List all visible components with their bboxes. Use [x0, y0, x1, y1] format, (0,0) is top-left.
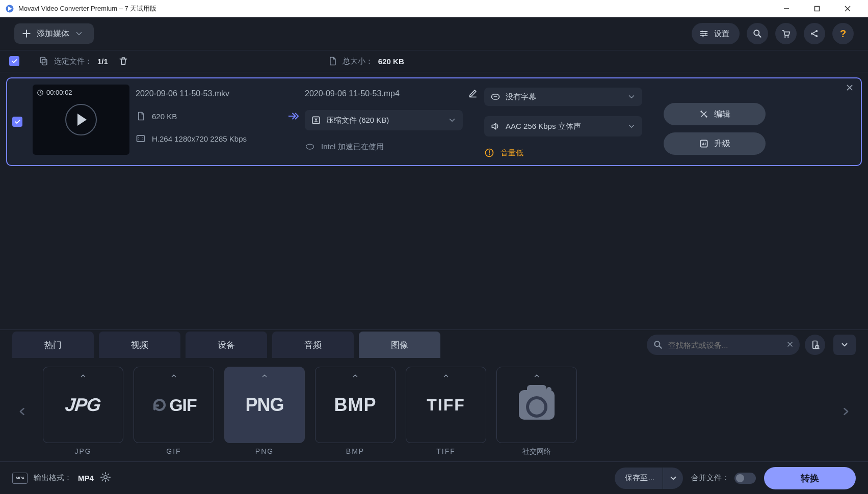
svg-point-5 [701, 31, 703, 32]
format-label: PNG [245, 394, 283, 416]
intel-icon [305, 142, 315, 152]
warning-icon [484, 148, 494, 158]
file-checkbox[interactable] [12, 117, 22, 127]
subtitle-icon [490, 92, 501, 102]
search-icon [752, 29, 762, 39]
delete-button[interactable] [115, 53, 131, 69]
svg-point-6 [705, 33, 706, 34]
chevron-down-icon [448, 116, 457, 125]
format-caption: BMP [346, 447, 364, 455]
cart-button[interactable] [775, 23, 797, 44]
clock-icon [37, 89, 44, 96]
edit-label: 编辑 [714, 109, 730, 120]
format-png-card[interactable]: PNG [224, 367, 305, 443]
settings-label: 设置 [714, 29, 729, 39]
format-label: TIFF [427, 396, 465, 415]
title-bar: Movavi Video Converter Premium – 7 天试用版 [0, 0, 868, 17]
save-to-dropdown[interactable] [663, 468, 683, 489]
gear-icon [100, 472, 111, 483]
arrow-right-icon [287, 111, 299, 122]
formats-strip: JPG JPG GIF GIF PNG PN [0, 360, 868, 461]
file-item[interactable]: 00:00:02 2020-09-06 11-50-53.mkv 620 KB … [6, 77, 862, 166]
svg-point-21 [142, 137, 143, 138]
source-codec: H.264 1280x720 2285 Kbps [152, 134, 247, 143]
edit-button[interactable]: 编辑 [664, 103, 766, 125]
chevron-down-icon [840, 340, 849, 349]
save-to-button[interactable]: 保存至... [615, 468, 683, 489]
duration-value: 00:00:02 [46, 89, 72, 96]
file-list: 00:00:02 2020-09-06 11-50-53.mkv 620 KB … [0, 72, 868, 172]
help-button[interactable]: ? [832, 23, 854, 44]
svg-rect-16 [40, 58, 45, 63]
svg-point-30 [489, 154, 490, 155]
refresh-icon [151, 396, 168, 414]
chevron-right-icon [840, 404, 851, 419]
format-tiff-card[interactable]: TIFF [406, 367, 486, 443]
subtitle-dropdown[interactable]: 没有字幕 [484, 88, 642, 106]
format-tiff: TIFF TIFF [406, 367, 486, 456]
svg-rect-2 [815, 6, 820, 11]
svg-point-40 [104, 476, 107, 479]
merge-toggle[interactable] [734, 473, 756, 484]
window-maximize-button[interactable] [802, 0, 832, 17]
search-button[interactable] [747, 23, 768, 44]
convert-button[interactable]: 转换 [764, 467, 856, 489]
tab-device[interactable]: 设备 [186, 332, 267, 358]
close-icon [786, 341, 794, 348]
empty-area [0, 172, 868, 330]
play-button[interactable] [65, 104, 97, 135]
subtitle-label: 没有字幕 [506, 92, 536, 102]
help-icon: ? [840, 28, 846, 40]
tab-image[interactable]: 图像 [359, 332, 440, 358]
warning-label: 音量低 [501, 148, 523, 158]
detect-device-button[interactable] [805, 335, 825, 355]
formats-prev-button[interactable] [12, 367, 33, 456]
clear-search-button[interactable] [786, 340, 794, 350]
tab-popular[interactable]: 热门 [12, 332, 94, 358]
svg-point-25 [306, 144, 314, 149]
svg-point-10 [784, 36, 786, 38]
format-png: PNG PNG [224, 367, 305, 456]
svg-rect-37 [813, 341, 817, 349]
format-caption: TIFF [436, 447, 456, 455]
audio-label: AAC 256 Kbps 立体声 [506, 122, 581, 131]
selection-bar: 选定文件： 1/1 总大小： 620 KB [0, 50, 868, 72]
source-filename: 2020-09-06 11-50-53.mkv [136, 89, 229, 98]
window-close-button[interactable] [832, 0, 863, 17]
target-filename: 2020-09-06 11-50-53.mp4 [305, 89, 400, 98]
video-thumbnail[interactable]: 00:00:02 [33, 85, 129, 155]
rename-button[interactable] [468, 88, 478, 100]
svg-line-9 [759, 35, 761, 37]
add-media-button[interactable]: 添加媒体 [14, 23, 94, 44]
audio-dropdown[interactable]: AAC 256 Kbps 立体声 [484, 116, 642, 136]
format-caption: 社交网络 [522, 447, 551, 456]
format-jpg-card[interactable]: JPG [43, 367, 123, 443]
format-bmp-card[interactable]: BMP [315, 367, 396, 443]
format-gif-card[interactable]: GIF [134, 367, 214, 443]
tab-audio[interactable]: 音频 [272, 332, 354, 358]
output-settings-button[interactable] [100, 472, 111, 484]
compress-dropdown[interactable]: 压缩文件 (620 KB) [305, 110, 463, 130]
settings-button[interactable]: 设置 [692, 23, 740, 44]
formats-next-button[interactable] [835, 367, 856, 456]
chevron-down-icon [74, 29, 84, 38]
selected-files-label: 选定文件： [54, 57, 92, 66]
share-button[interactable] [804, 23, 825, 44]
svg-point-11 [787, 36, 789, 38]
remove-file-button[interactable] [846, 84, 854, 94]
format-search[interactable] [647, 335, 800, 355]
upgrade-button[interactable]: AI 升级 [664, 132, 766, 155]
svg-point-19 [138, 137, 139, 138]
select-all-checkbox[interactable] [9, 56, 19, 66]
tab-video[interactable]: 视频 [99, 332, 180, 358]
format-caption: PNG [255, 447, 274, 455]
pencil-icon [468, 88, 478, 98]
chevron-left-icon [17, 404, 28, 419]
format-social-card[interactable] [496, 367, 577, 443]
accel-label: Intel 加速已在使用 [321, 142, 384, 152]
share-icon [809, 29, 820, 39]
collapse-formats-button[interactable] [833, 335, 856, 355]
window-minimize-button[interactable] [771, 0, 802, 17]
format-search-input[interactable] [668, 341, 781, 349]
total-size-value: 620 KB [378, 57, 404, 66]
